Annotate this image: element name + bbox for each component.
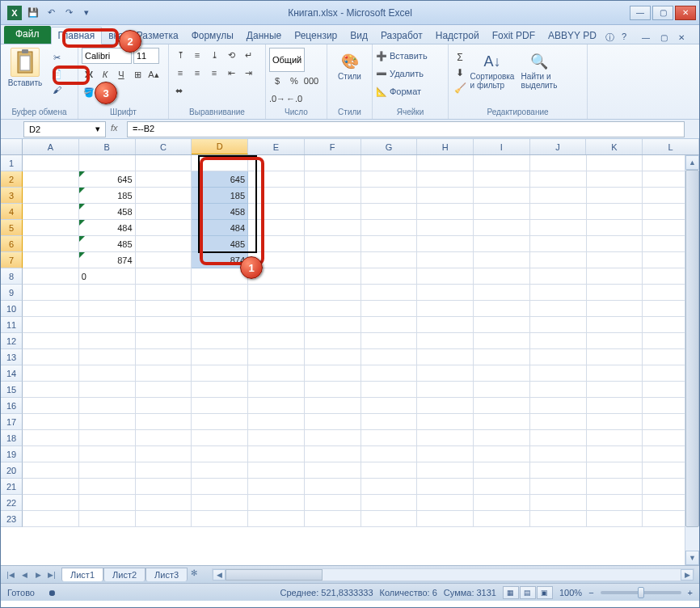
scroll-up-icon[interactable]: ▲ [685,155,699,170]
percent-icon[interactable]: % [286,74,302,88]
col-header-G[interactable]: G [361,139,418,154]
cell-I7[interactable] [474,252,530,268]
cell-F7[interactable] [305,252,361,268]
row-header-20[interactable]: 20 [1,462,23,479]
cell-K6[interactable] [587,236,643,252]
row-header-21[interactable]: 21 [1,479,23,495]
col-header-B[interactable]: B [79,139,136,154]
review-tab[interactable]: Рецензир [288,27,344,44]
row-header-16[interactable]: 16 [1,398,23,414]
align-bottom-icon[interactable]: ⤓ [206,48,222,62]
fx-button[interactable]: fx [111,123,124,136]
cell-J2[interactable] [530,171,587,188]
cell-A14[interactable] [23,365,79,382]
cell-B17[interactable] [79,414,136,430]
cell-D10[interactable] [192,301,248,317]
cell-D3[interactable]: 185 [192,188,248,204]
cell-A18[interactable] [23,430,79,446]
row-header-13[interactable]: 13 [1,349,23,365]
cell-J19[interactable] [530,446,587,462]
cell-C14[interactable] [136,365,192,382]
new-sheet-button[interactable]: ✻ [191,568,207,581]
cell-F17[interactable] [305,414,361,430]
cell-C17[interactable] [136,414,192,430]
cell-F8[interactable] [305,268,361,285]
copy-button[interactable]: 📄 [48,66,65,81]
increase-decimal-icon[interactable]: .0→ [269,91,285,106]
redo-icon[interactable]: ↷ [62,6,75,19]
cell-F10[interactable] [305,301,361,317]
cell-J6[interactable] [530,236,587,252]
bold-button[interactable]: Ж [82,67,96,82]
cell-G21[interactable] [361,479,418,495]
cell-F9[interactable] [305,285,361,301]
row-header-22[interactable]: 22 [1,495,23,511]
cell-K21[interactable] [587,479,643,495]
cell-J1[interactable] [530,155,587,171]
cell-B15[interactable] [79,382,136,398]
cell-H23[interactable] [417,511,474,527]
cell-F18[interactable] [305,430,361,446]
next-sheet-icon[interactable]: ▶ [32,568,44,581]
cell-E7[interactable] [248,252,305,268]
cell-G12[interactable] [361,333,418,349]
row-header-11[interactable]: 11 [1,317,23,333]
layout-tab[interactable]: Разметка [130,27,185,44]
cell-K15[interactable] [587,382,643,398]
cell-H7[interactable] [417,252,474,268]
col-header-A[interactable]: A [23,139,79,154]
cell-K13[interactable] [587,349,643,365]
cell-H19[interactable] [417,446,474,462]
cell-J17[interactable] [530,414,587,430]
zoom-slider[interactable] [601,591,681,594]
row-header-12[interactable]: 12 [1,333,23,349]
cell-K18[interactable] [587,430,643,446]
cell-G8[interactable] [361,268,418,285]
cell-I15[interactable] [474,382,530,398]
cell-D1[interactable] [192,155,248,171]
align-top-icon[interactable]: ⤒ [172,48,188,62]
cell-C23[interactable] [136,511,192,527]
cell-J10[interactable] [530,301,587,317]
cell-A3[interactable] [23,188,79,204]
developer-tab[interactable]: Разработ [374,27,429,44]
col-header-F[interactable]: F [305,139,361,154]
cell-I8[interactable] [474,268,530,285]
sheet-tab-3[interactable]: Лист3 [145,568,188,581]
cell-B11[interactable] [79,317,136,333]
cell-J13[interactable] [530,349,587,365]
format-painter-button[interactable]: 🖌 [48,82,65,97]
data-tab[interactable]: Данные [240,27,288,44]
cell-K10[interactable] [587,301,643,317]
col-header-D[interactable]: D [192,139,248,154]
cell-K4[interactable] [587,204,643,220]
cell-E5[interactable] [248,220,305,236]
cell-K12[interactable] [587,333,643,349]
zoom-in-icon[interactable]: + [688,588,693,597]
sheet-tab-1[interactable]: Лист1 [61,568,103,581]
col-header-K[interactable]: K [586,139,643,154]
cell-B12[interactable] [79,333,136,349]
cell-E18[interactable] [248,430,305,446]
cell-H13[interactable] [417,349,474,365]
cell-F20[interactable] [305,462,361,479]
cell-H22[interactable] [417,495,474,511]
cell-C13[interactable] [136,349,192,365]
cell-G16[interactable] [361,398,418,414]
cell-K19[interactable] [587,446,643,462]
cell-H5[interactable] [417,220,474,236]
cell-D12[interactable] [192,333,248,349]
cell-A13[interactable] [23,349,79,365]
prev-sheet-icon[interactable]: ◀ [18,568,31,581]
cell-G19[interactable] [361,446,418,462]
cell-D11[interactable] [192,317,248,333]
cell-H17[interactable] [417,414,474,430]
cell-F1[interactable] [305,155,361,171]
increase-indent-icon[interactable]: ⇥ [240,65,256,80]
row-header-6[interactable]: 6 [1,236,23,252]
cell-E23[interactable] [248,511,305,527]
cell-B16[interactable] [79,398,136,414]
cell-G10[interactable] [361,301,418,317]
help-icon[interactable]: ? [622,32,633,43]
cell-E20[interactable] [248,462,305,479]
